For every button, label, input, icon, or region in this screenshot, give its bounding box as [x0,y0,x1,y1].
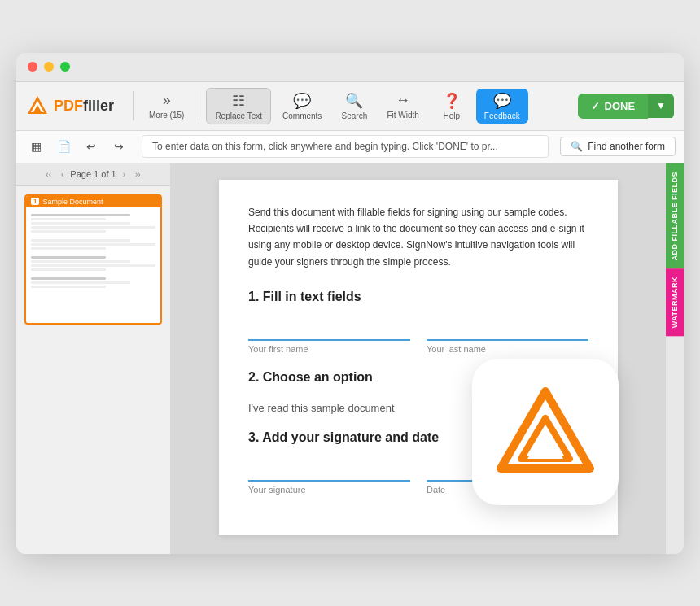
search-button[interactable]: 🔍 Search [333,89,375,124]
replace-text-button[interactable]: ☷ Replace Text [206,88,271,124]
page-thumbnails: 1 Sample Document [16,186,170,554]
option-label: I've read this sample document [248,402,505,414]
thumb-line [31,277,106,280]
add-fillable-fields-label: ADD FILLABLE FIELDS [671,172,679,261]
replace-text-label: Replace Text [215,111,262,120]
page-thumbnail-1[interactable]: 1 Sample Document [24,194,162,325]
name-fields-row: Your first name Your last name [248,320,588,354]
fit-width-label: Fit Width [387,111,418,120]
thumb-line [31,247,106,250]
close-button[interactable] [28,62,37,72]
redo-button[interactable]: ↪ [107,135,130,158]
first-name-field: Your first name [248,320,410,354]
last-name-label: Your last name [427,344,588,354]
fit-width-icon: ↔ [396,92,410,109]
thumb-line [31,281,130,284]
thumb-line [31,286,106,288]
first-page-button[interactable]: ‹‹ [42,168,55,181]
fit-width-button[interactable]: ↔ Fit Width [378,89,427,123]
feedback-label: Feedback [484,111,520,120]
toolbar-divider-2 [199,91,199,120]
thumb-line [31,218,106,220]
find-form-label: Find another form [588,141,665,152]
undo-button[interactable]: ↩ [80,135,103,158]
chevron-right-icon: » [163,92,171,109]
comments-icon: 💬 [293,92,311,110]
feedback-icon: 💬 [493,92,511,110]
thumb-line [31,239,130,242]
signature-field: Your signature [248,461,410,495]
document-intro: Send this document with fillable fields … [248,204,588,271]
thumb-line [31,226,155,229]
copy-button[interactable]: ▦ [24,135,47,158]
thumb-line [31,256,106,259]
thumb-line [31,222,130,225]
done-dropdown-button[interactable]: ▼ [648,94,674,118]
info-bar: To enter data on this form, click anywhe… [142,135,549,158]
last-name-input[interactable] [427,320,588,341]
thumb-body [26,207,160,294]
thumb-header: 1 Sample Document [26,196,160,207]
comments-label: Comments [282,111,322,120]
thumb-line [31,260,130,263]
more-button[interactable]: » More (15) [141,89,192,123]
more-label: More (15) [149,111,184,120]
search-label: Search [342,111,368,120]
last-page-button[interactable]: ›› [132,168,144,181]
add-fillable-fields-tab[interactable]: ADD FILLABLE FIELDS [666,163,684,269]
feedback-button[interactable]: 💬 Feedback [476,89,528,124]
main-toolbar: PDFfiller » More (15) ☷ Replace Text 💬 C… [16,82,684,131]
done-label: DONE [605,100,636,112]
secondary-toolbar: ▦ 📄 ↩ ↪ To enter data on this form, clic… [16,131,684,163]
done-button-group: ✓ DONE ▼ [578,94,674,119]
help-button[interactable]: ❓ Help [431,89,473,124]
thumb-line [31,264,155,267]
first-name-label: Your first name [248,344,410,354]
section1-title: 1. Fill in text fields [248,290,588,304]
last-name-field: Your last name [427,320,588,354]
left-sidebar: ‹‹ ‹ Page 1 of 1 › ›› 1 Sample Document [16,163,171,554]
triangle-logo-icon [497,387,594,477]
page-label: Page 1 of 1 [70,169,116,179]
file-button[interactable]: 📄 [52,135,75,158]
toolbar-divider-1 [133,91,134,120]
pdffiller-logo-icon [26,94,49,117]
help-label: Help [444,111,461,120]
title-bar [16,53,684,82]
app-icon-overlay [472,359,619,505]
thumb-line [31,230,106,233]
thumb-line [31,243,155,246]
thumb-line [31,214,130,216]
info-text: To enter data on this form, click anywhe… [152,141,498,152]
search-icon-small: 🔍 [571,141,583,152]
checkmark-icon: ✓ [591,100,600,112]
find-another-form-button[interactable]: 🔍 Find another form [560,137,676,156]
search-icon: 🔍 [345,92,363,110]
replace-text-icon: ☷ [232,92,245,110]
comments-button[interactable]: 💬 Comments [274,89,330,124]
thumb-page-number: 1 [31,198,39,205]
first-name-input[interactable] [248,320,410,341]
next-page-button[interactable]: › [120,168,129,181]
watermark-label: WATERMARK [671,277,679,328]
help-icon: ❓ [443,92,461,110]
minimize-button[interactable] [44,62,54,72]
signature-label: Your signature [248,485,410,495]
logo: PDFfiller [26,94,114,117]
watermark-tab[interactable]: WATERMARK [666,268,684,336]
right-tabs: ADD FILLABLE FIELDS WATERMARK [666,163,684,554]
signature-input[interactable] [248,461,410,482]
thumb-title: Sample Document [42,198,103,206]
prev-page-button[interactable]: ‹ [58,168,67,181]
logo-text: PDFfiller [54,98,114,115]
thumb-line [31,268,106,271]
page-navigation: ‹‹ ‹ Page 1 of 1 › ›› [16,163,170,186]
done-main-button[interactable]: ✓ DONE [578,94,649,119]
maximize-button[interactable] [60,62,70,72]
